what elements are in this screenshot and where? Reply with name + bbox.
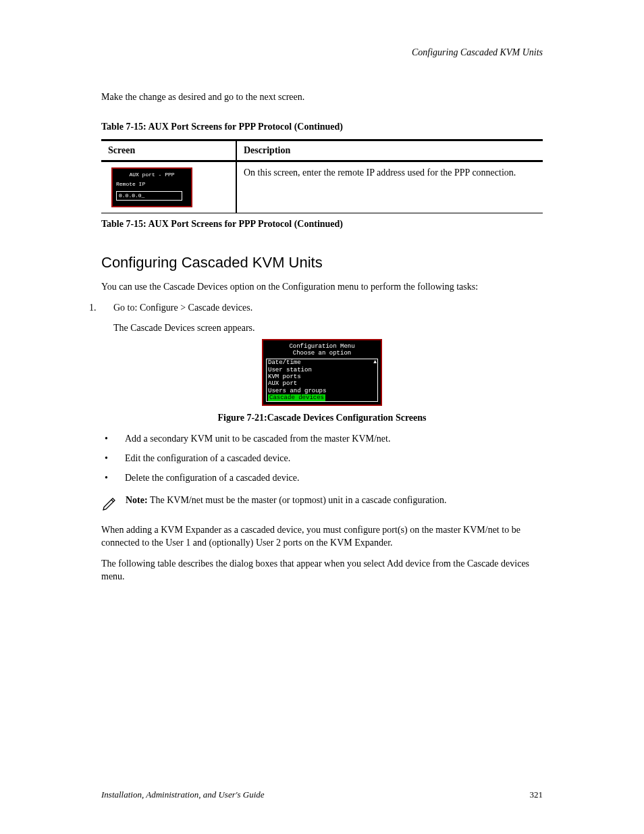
page-footer: Installation, Administration, and User's… bbox=[101, 789, 543, 800]
section-heading: Configuring Cascaded KVM Units bbox=[101, 254, 543, 271]
note-block: Note: The KVM/net must be the master (or… bbox=[101, 494, 543, 515]
menu-item-user-station[interactable]: User station bbox=[268, 367, 376, 373]
running-header: Configuring Cascaded KVM Units bbox=[101, 47, 543, 58]
intro-text: You can use the Cascade Devices option o… bbox=[101, 281, 543, 294]
step-result: The Cascade Devices screen appears. bbox=[113, 323, 543, 334]
bullet-2: •Edit the configuration of a cascaded de… bbox=[125, 452, 543, 465]
instruction-text: Make the change as desired and go to the… bbox=[101, 92, 543, 103]
menu-item-aux-port[interactable]: AUX port bbox=[268, 380, 376, 387]
remote-ip-input[interactable]: 0.0.0.0_ bbox=[116, 191, 182, 201]
col-screen: Screen bbox=[101, 140, 236, 161]
table-caption-bottom: Table 7-15: AUX Port Screens for PPP Pro… bbox=[101, 219, 543, 230]
osd2-title-2: Choose an option bbox=[266, 350, 378, 357]
aux-port-table: Screen Description AUX port - PPP Remote… bbox=[101, 139, 543, 213]
menu-item-cascade-devices[interactable]: Cascade devices bbox=[268, 394, 325, 401]
bullet-3: •Delete the configuration of a cascaded … bbox=[125, 472, 543, 485]
row-description: On this screen, enter the remote IP addr… bbox=[236, 161, 543, 213]
note-text: The KVM/net must be the master (or topmo… bbox=[150, 495, 447, 505]
osd-aux-ppp: AUX port - PPP Remote IP 0.0.0.0_ bbox=[111, 167, 192, 207]
step-1-text: Go to: Configure > Cascade devices. bbox=[113, 303, 252, 313]
footer-left: Installation, Administration, and User's… bbox=[101, 789, 265, 800]
post-note-1: When adding a KVM Expander as a cascaded… bbox=[101, 524, 543, 550]
pencil-note-icon bbox=[101, 494, 119, 515]
post-note-2: The following table describes the dialog… bbox=[101, 558, 543, 583]
bullet-2-text: Edit the configuration of a cascaded dev… bbox=[125, 453, 290, 463]
bullet-3-text: Delete the configuration of a cascaded d… bbox=[125, 473, 299, 483]
page-number: 321 bbox=[530, 789, 543, 800]
bullet-1: •Add a secondary KVM unit to be cascaded… bbox=[125, 433, 543, 446]
osd2-listbox[interactable]: ▲ Date/time User station KVM ports AUX p… bbox=[266, 359, 378, 402]
note-label: Note: bbox=[126, 495, 148, 505]
table-caption-top: Table 7-15: AUX Port Screens for PPP Pro… bbox=[101, 122, 543, 132]
table-row: AUX port - PPP Remote IP 0.0.0.0_ On thi… bbox=[101, 161, 543, 213]
figure-caption: Figure 7-21:Cascade Devices Configuratio… bbox=[101, 413, 543, 423]
osd-configuration-menu: Configuration Menu Choose an option ▲ Da… bbox=[262, 339, 382, 407]
menu-item-datetime[interactable]: Date/time bbox=[268, 359, 376, 366]
menu-item-kvm-ports[interactable]: KVM ports bbox=[268, 373, 376, 380]
scroll-up-icon: ▲ bbox=[373, 359, 377, 365]
osd-remote-ip-label: Remote IP bbox=[116, 181, 188, 188]
col-description: Description bbox=[236, 140, 543, 161]
menu-item-users-groups[interactable]: Users and groups bbox=[268, 388, 376, 394]
bullet-1-text: Add a secondary KVM unit to be cascaded … bbox=[125, 434, 390, 444]
osd-title: AUX port - PPP bbox=[116, 172, 188, 178]
osd2-title-1: Configuration Menu bbox=[266, 343, 378, 350]
step-1: 1.Go to: Configure > Cascade devices. bbox=[113, 302, 543, 315]
